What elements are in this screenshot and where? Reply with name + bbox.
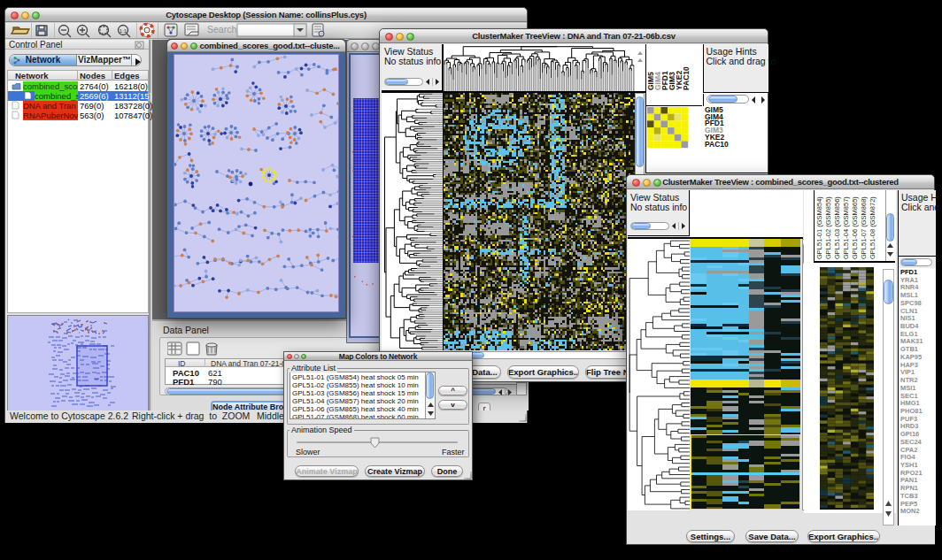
- svg-text:GPL51-06 (GSM865): GPL51-06 (GSM865): [851, 196, 859, 259]
- svg-text:GPL51-02 (GSM855): GPL51-02 (GSM855): [824, 196, 832, 259]
- svg-text:Search:: Search:: [207, 24, 239, 35]
- svg-text:1:1: 1:1: [120, 28, 127, 34]
- svg-text:GPL51-03 (GSM856): GPL51-03 (GSM856): [833, 196, 841, 259]
- svg-text:PAC10: PAC10: [682, 66, 691, 90]
- svg-text:GPL51-01 (GSM854): GPL51-01 (GSM854): [815, 196, 823, 259]
- svg-text:GPL51-08 (GSM872): GPL51-08 (GSM872): [869, 196, 876, 259]
- svg-text:GPL51-04 (GSM857): GPL51-04 (GSM857): [842, 196, 850, 259]
- svg-text:GPL51-07 (GSM868): GPL51-07 (GSM868): [860, 196, 868, 259]
